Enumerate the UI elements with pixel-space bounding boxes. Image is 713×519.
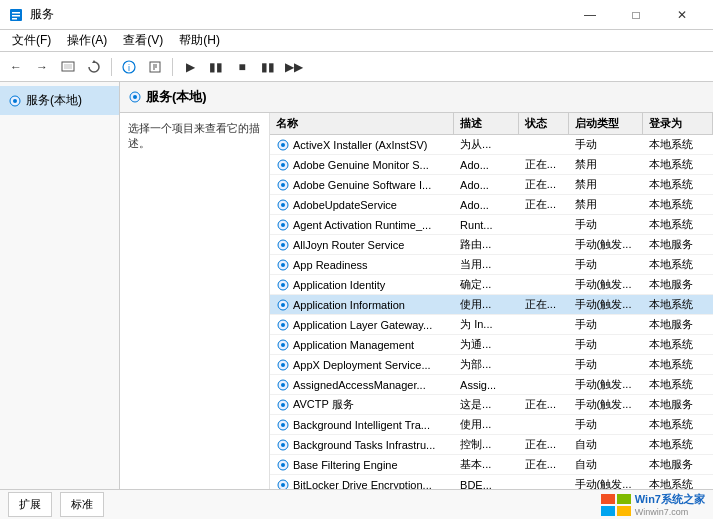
maximize-button[interactable]: □ [613,0,659,30]
cell-startup: 手动(触发... [569,235,644,254]
svg-point-42 [281,383,285,387]
table-row[interactable]: Background Tasks Infrastru... 控制... 正在..… [270,435,713,455]
stop-service-button[interactable]: ■ [230,55,254,79]
sidebar: 服务(本地) [0,82,120,489]
cell-name: Application Layer Gateway... [270,316,454,334]
header-icon [128,90,142,104]
table-row[interactable]: Application Management 为通... 手动 本地系统 [270,335,713,355]
table-row[interactable]: App Readiness 当用... 手动 本地系统 [270,255,713,275]
cell-name: Application Identity [270,276,454,294]
logo-url-text: Winwin7.com [635,507,705,517]
cell-desc: 为部... [454,355,519,374]
services-icon [8,94,22,108]
svg-point-44 [281,403,285,407]
cell-status [519,383,569,387]
standard-tab[interactable]: 标准 [60,492,104,517]
svg-point-30 [281,263,285,267]
cell-status: 正在... [519,175,569,194]
cell-desc: 为通... [454,335,519,354]
forward-button[interactable]: → [30,55,54,79]
menu-action[interactable]: 操作(A) [59,30,115,51]
cell-startup: 自动 [569,455,644,474]
menu-view[interactable]: 查看(V) [115,30,171,51]
row-service-icon [276,238,290,252]
cell-startup: 手动 [569,355,644,374]
restart-button[interactable]: ▶▶ [282,55,306,79]
cell-startup: 手动 [569,315,644,334]
cell-startup: 禁用 [569,155,644,174]
col-header-startup[interactable]: 启动类型 [569,113,644,134]
cell-startup: 手动 [569,415,644,434]
cell-desc: Runt... [454,217,519,233]
svg-rect-1 [12,12,20,14]
cell-startup: 禁用 [569,175,644,194]
row-service-icon [276,378,290,392]
table-row[interactable]: AllJoyn Router Service 路由... 手动(触发... 本地… [270,235,713,255]
toolbar: ← → i ▶ ▮▮ ■ ▮▮ ▶▶ [0,52,713,82]
table-row[interactable]: ActiveX Installer (AxInstSV) 为从... 手动 本地… [270,135,713,155]
cell-desc: Ado... [454,157,519,173]
table-row[interactable]: Agent Activation Runtime_... Runt... 手动 … [270,215,713,235]
cell-desc: 控制... [454,435,519,454]
cell-name: Background Tasks Infrastru... [270,436,454,454]
table-header: 名称 描述 状态 启动类型 登录为 [270,113,713,135]
up-button[interactable] [56,55,80,79]
info-button[interactable]: i [117,55,141,79]
cell-login: 本地系统 [643,435,713,454]
cell-login: 本地系统 [643,375,713,394]
svg-point-48 [281,443,285,447]
refresh-button[interactable] [82,55,106,79]
row-service-icon [276,298,290,312]
cell-name: Agent Activation Runtime_... [270,216,454,234]
table-row[interactable]: AppX Deployment Service... 为部... 手动 本地系统 [270,355,713,375]
table-row[interactable]: Adobe Genuine Monitor S... Ado... 正在... … [270,155,713,175]
cell-login: 本地服务 [643,455,713,474]
table-row[interactable]: Application Identity 确定... 手动(触发... 本地服务 [270,275,713,295]
table-row[interactable]: Base Filtering Engine 基本... 正在... 自动 本地服… [270,455,713,475]
left-panel-text: 选择一个项目来查看它的描述。 [128,122,260,149]
table-row[interactable]: AssignedAccessManager... Assig... 手动(触发.… [270,375,713,395]
row-service-icon [276,318,290,332]
table-row[interactable]: Application Information 使用... 正在... 手动(触… [270,295,713,315]
back-button[interactable]: ← [4,55,28,79]
cell-login: 本地服务 [643,395,713,414]
win7-logo-icon [601,494,631,516]
start-service-button[interactable]: ▶ [178,55,202,79]
menu-file[interactable]: 文件(F) [4,30,59,51]
svg-point-34 [281,303,285,307]
sidebar-item-local-services[interactable]: 服务(本地) [0,86,119,115]
cell-login: 本地系统 [643,195,713,214]
table-row[interactable]: Application Layer Gateway... 为 In... 手动 … [270,315,713,335]
close-button[interactable]: ✕ [659,0,705,30]
row-service-icon [276,138,290,152]
cell-login: 本地服务 [643,315,713,334]
table-row[interactable]: BitLocker Drive Encryption... BDE... 手动(… [270,475,713,489]
cell-login: 本地系统 [643,475,713,489]
export-button[interactable] [143,55,167,79]
cell-login: 本地系统 [643,415,713,434]
row-service-icon [276,458,290,472]
table-row[interactable]: Adobe Genuine Software I... Ado... 正在...… [270,175,713,195]
col-header-name[interactable]: 名称 [270,113,454,134]
table-row[interactable]: AVCTP 服务 这是... 正在... 手动(触发... 本地服务 [270,395,713,415]
svg-point-18 [281,143,285,147]
svg-rect-5 [64,64,72,69]
cell-status [519,363,569,367]
table-row[interactable]: AdobeUpdateService Ado... 正在... 禁用 本地系统 [270,195,713,215]
col-header-login[interactable]: 登录为 [643,113,713,134]
minimize-button[interactable]: — [567,0,613,30]
cell-status [519,243,569,247]
cell-startup: 手动 [569,135,644,154]
pause2-button[interactable]: ▮▮ [256,55,280,79]
col-header-status[interactable]: 状态 [519,113,569,134]
menu-help[interactable]: 帮助(H) [171,30,228,51]
svg-rect-59 [601,506,615,516]
pause-service-button[interactable]: ▮▮ [204,55,228,79]
cell-startup: 手动(触发... [569,375,644,394]
svg-point-16 [133,95,137,99]
table-row[interactable]: Background Intelligent Tra... 使用... 手动 本… [270,415,713,435]
content-area: 服务(本地) 选择一个项目来查看它的描述。 名称 描述 状态 启动类型 登录为 [120,82,713,489]
expand-tab[interactable]: 扩展 [8,492,52,517]
col-header-desc[interactable]: 描述 [454,113,519,134]
toolbar-separator-2 [172,58,173,76]
